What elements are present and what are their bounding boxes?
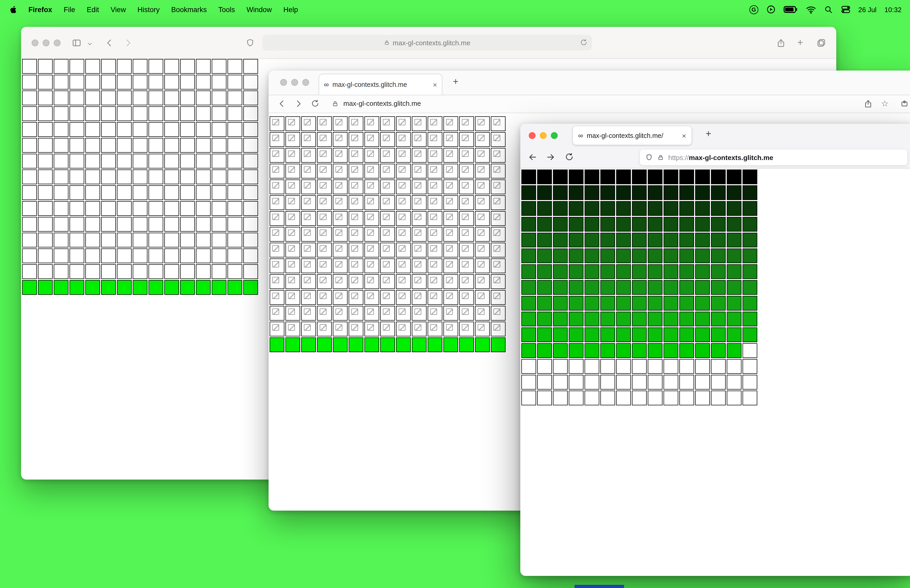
menu-bookmarks[interactable]: Bookmarks <box>171 5 207 13</box>
zoom-window-button[interactable] <box>54 39 61 46</box>
menu-file[interactable]: File <box>64 5 75 13</box>
canvas-cell <box>270 274 284 289</box>
canvas-cell <box>475 290 490 305</box>
control-center-icon[interactable] <box>841 5 850 14</box>
google-status-icon[interactable]: G <box>749 5 758 14</box>
canvas-cell <box>285 258 300 273</box>
canvas-cell <box>648 375 663 389</box>
canvas-cell <box>664 296 678 310</box>
canvas-cell <box>364 338 379 352</box>
canvas-cell <box>679 249 694 263</box>
broken-image-icon <box>446 229 453 236</box>
address-bar[interactable]: max-gl-contexts.glitch.me <box>262 35 592 50</box>
minimize-window-button[interactable] <box>43 39 50 46</box>
canvas-cell <box>101 90 116 105</box>
chevron-down-icon[interactable] <box>86 40 93 47</box>
lock-icon[interactable] <box>657 154 664 161</box>
canvas-cell <box>133 154 147 168</box>
lock-icon[interactable] <box>332 100 339 107</box>
canvas-cell <box>285 306 300 321</box>
reload-icon[interactable] <box>580 39 588 46</box>
canvas-cell <box>133 264 147 279</box>
menu-help[interactable]: Help <box>283 5 298 13</box>
menu-view[interactable]: View <box>111 5 126 13</box>
broken-image-icon <box>288 245 295 252</box>
share-icon[interactable] <box>864 99 873 108</box>
menu-window[interactable]: Window <box>246 5 272 13</box>
canvas-cell <box>711 201 726 216</box>
canvas-cell <box>711 328 726 342</box>
forward-icon[interactable] <box>546 152 556 162</box>
tab-close-icon[interactable]: × <box>433 80 437 89</box>
canvas-grid-middle <box>270 116 506 352</box>
broken-image-icon <box>399 166 406 173</box>
zoom-window-button[interactable] <box>302 79 309 86</box>
tab-overview-icon[interactable] <box>816 38 826 48</box>
url-text[interactable]: max-gl-contexts.glitch.me <box>343 100 421 107</box>
forward-icon[interactable] <box>123 38 133 48</box>
tracking-shield-icon[interactable] <box>645 153 653 162</box>
menubar-date[interactable]: 26 Jul <box>858 5 876 13</box>
menu-edit[interactable]: Edit <box>87 5 99 13</box>
menu-history[interactable]: History <box>137 5 160 13</box>
canvas-cell <box>180 170 195 184</box>
wifi-icon[interactable] <box>806 5 816 14</box>
forward-icon[interactable] <box>294 99 303 108</box>
canvas-cell <box>537 296 552 310</box>
sidebar-icon[interactable] <box>72 38 82 48</box>
reload-icon[interactable] <box>311 99 320 108</box>
canvas-cell <box>364 116 379 131</box>
close-window-button[interactable] <box>32 39 39 46</box>
new-tab-icon[interactable]: + <box>797 37 803 48</box>
canvas-cell <box>164 280 179 295</box>
back-icon[interactable] <box>104 38 114 48</box>
broken-image-icon <box>446 214 453 220</box>
play-circle-icon[interactable] <box>766 5 776 14</box>
back-icon[interactable] <box>528 152 538 162</box>
menu-tools[interactable]: Tools <box>218 5 235 13</box>
minimize-window-button[interactable] <box>540 132 546 139</box>
canvas-cell <box>459 258 474 273</box>
battery-icon[interactable] <box>784 6 798 13</box>
canvas-cell <box>133 75 147 89</box>
canvas-cell <box>443 179 458 194</box>
browser-tab[interactable]: ∞ max-gl-contexts.glitch.me × <box>318 74 442 95</box>
broken-image-icon <box>351 229 358 236</box>
canvas-cell <box>491 211 506 226</box>
canvas-cell <box>228 138 242 153</box>
broken-image-icon <box>288 229 295 236</box>
back-icon[interactable] <box>277 99 286 108</box>
menubar-clock[interactable]: 10:32 <box>884 5 902 13</box>
canvas-cell <box>616 185 631 200</box>
broken-image-icon <box>399 182 406 189</box>
address-bar[interactable]: https://max-gl-contexts.glitch.me <box>640 150 907 165</box>
extensions-icon[interactable] <box>900 99 909 108</box>
reload-icon[interactable] <box>564 152 574 162</box>
zoom-window-button[interactable] <box>551 132 558 139</box>
tab-close-icon[interactable]: × <box>682 131 686 140</box>
broken-image-icon <box>288 166 295 173</box>
minimize-window-button[interactable] <box>291 79 298 86</box>
canvas-cell <box>180 201 195 216</box>
close-window-button[interactable] <box>280 79 287 86</box>
canvas-cell <box>285 290 300 305</box>
broken-image-icon <box>462 214 469 220</box>
browser-tab[interactable]: ∞ max-gl-contexts.glitch.me/ × <box>573 126 692 145</box>
canvas-cell <box>22 138 37 153</box>
share-icon[interactable] <box>776 38 786 48</box>
canvas-cell <box>521 391 536 405</box>
new-tab-button[interactable]: + <box>453 76 458 87</box>
broken-image-icon <box>430 198 437 204</box>
canvas-cell <box>380 274 395 289</box>
apple-menu-icon[interactable] <box>8 5 17 14</box>
bookmark-star-icon[interactable]: ☆ <box>881 99 889 108</box>
canvas-cell <box>648 328 663 342</box>
new-tab-button[interactable]: + <box>706 128 711 139</box>
shield-icon[interactable] <box>246 38 255 48</box>
canvas-cell <box>301 195 316 210</box>
canvas-cell <box>428 227 442 242</box>
search-icon[interactable] <box>824 5 833 14</box>
close-window-button[interactable] <box>529 132 535 139</box>
menu-app-name[interactable]: Firefox <box>28 5 52 13</box>
canvas-cell <box>585 343 599 358</box>
